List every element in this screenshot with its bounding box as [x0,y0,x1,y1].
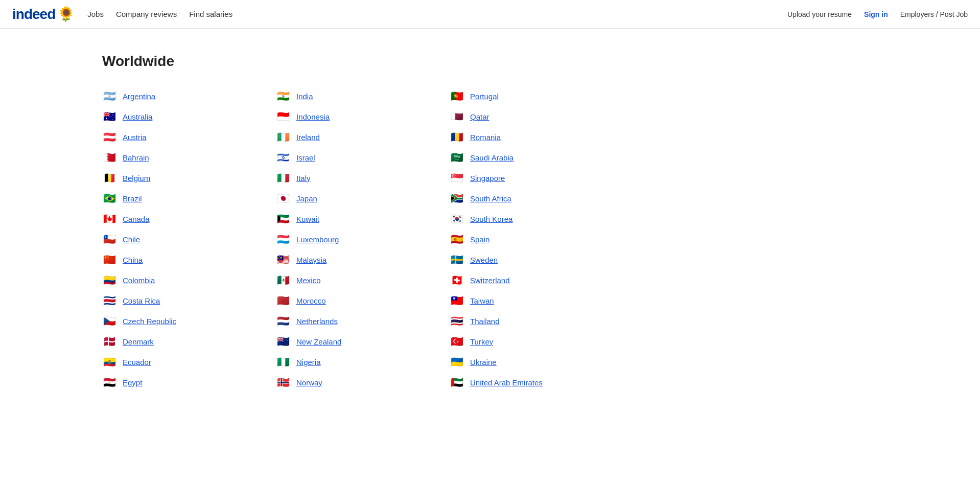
country-link[interactable]: Belgium [123,174,150,182]
country-link[interactable]: Morocco [296,296,326,305]
country-item[interactable]: 🇺🇦Ukraine [450,352,593,372]
country-item[interactable]: 🇲🇾Malaysia [276,249,419,270]
country-item[interactable]: 🇨🇦Canada [102,209,245,229]
country-link[interactable]: Japan [296,194,317,203]
country-link[interactable]: Italy [296,174,311,182]
country-item[interactable]: 🇸🇬Singapore [450,168,593,188]
country-link[interactable]: Taiwan [470,296,494,305]
country-item[interactable]: 🇦🇹Austria [102,127,245,147]
country-item[interactable]: 🇨🇳China [102,249,245,270]
country-item[interactable]: 🇳🇱Netherlands [276,311,419,331]
country-link[interactable]: Romania [470,133,501,142]
flag-icon: 🇺🇦 [450,357,464,367]
country-link[interactable]: Thailand [470,317,500,326]
country-item[interactable]: 🇪🇸Spain [450,229,593,249]
country-link[interactable]: Australia [123,112,152,121]
country-link[interactable]: Portugal [470,92,499,101]
country-item[interactable]: 🇲🇽Mexico [276,270,419,290]
country-item[interactable]: 🇳🇬Nigeria [276,352,419,372]
country-item[interactable]: 🇧🇷Brazil [102,188,245,209]
country-item[interactable]: 🇨🇷Costa Rica [102,290,245,311]
country-item[interactable]: 🇮🇹Italy [276,168,419,188]
country-link[interactable]: China [123,256,143,264]
nav-jobs[interactable]: Jobs [87,10,104,18]
country-link[interactable]: South Korea [470,215,512,223]
country-item[interactable]: 🇶🇦Qatar [450,106,593,127]
country-item[interactable]: 🇰🇼Kuwait [276,209,419,229]
upload-resume-link[interactable]: Upload your resume [787,10,852,18]
country-item[interactable]: 🇵🇹Portugal [450,86,593,106]
country-link[interactable]: Indonesia [296,112,330,121]
country-item[interactable]: 🇹🇼Taiwan [450,290,593,311]
country-link[interactable]: Nigeria [296,358,321,366]
country-item[interactable]: 🇹🇭Thailand [450,311,593,331]
country-link[interactable]: Malaysia [296,256,326,264]
country-item[interactable]: 🇯🇵Japan [276,188,419,209]
country-link[interactable]: Colombia [123,276,155,285]
country-link[interactable]: New Zealand [296,337,341,346]
country-item[interactable]: 🇦🇪United Arab Emirates [450,372,593,393]
country-item[interactable]: 🇮🇱Israel [276,147,419,168]
country-link[interactable]: Ukraine [470,358,497,366]
country-item[interactable]: 🇪🇨Ecuador [102,352,245,372]
country-item[interactable]: 🇮🇳India [276,86,419,106]
country-link[interactable]: Chile [123,235,140,244]
sign-in-button[interactable]: Sign in [864,10,888,18]
country-item[interactable]: 🇨🇴Colombia [102,270,245,290]
country-item[interactable]: 🇿🇦South Africa [450,188,593,209]
country-item[interactable]: 🇱🇺Luxembourg [276,229,419,249]
country-link[interactable]: Ecuador [123,358,151,366]
country-link[interactable]: Singapore [470,174,505,182]
country-link[interactable]: Kuwait [296,215,319,223]
country-link[interactable]: Mexico [296,276,321,285]
country-link[interactable]: Brazil [123,194,142,203]
country-item[interactable]: 🇳🇴Norway [276,372,419,393]
country-link[interactable]: Netherlands [296,317,338,326]
country-item[interactable]: 🇩🇰Denmark [102,331,245,352]
country-link[interactable]: Austria [123,133,147,142]
country-item[interactable]: 🇧🇭Bahrain [102,147,245,168]
country-item[interactable]: 🇲🇦Morocco [276,290,419,311]
country-link[interactable]: Czech Republic [123,317,176,326]
country-link[interactable]: Ireland [296,133,320,142]
country-item[interactable]: 🇹🇷Turkey [450,331,593,352]
country-item[interactable]: 🇦🇺Australia [102,106,245,127]
country-link[interactable]: Bahrain [123,153,149,162]
country-link[interactable]: Sweden [470,256,498,264]
country-link[interactable]: Turkey [470,337,493,346]
country-link[interactable]: Argentina [123,92,155,101]
country-item[interactable]: 🇸🇪Sweden [450,249,593,270]
country-item[interactable]: 🇧🇪Belgium [102,168,245,188]
country-link[interactable]: Norway [296,378,322,387]
country-item[interactable]: 🇮🇪Ireland [276,127,419,147]
country-item[interactable]: 🇨🇿Czech Republic [102,311,245,331]
country-link[interactable]: Canada [123,215,150,223]
country-link[interactable]: Saudi Arabia [470,153,514,162]
flag-icon: 🇳🇬 [276,357,290,367]
flag-icon: 🇵🇹 [450,91,464,101]
country-link[interactable]: Qatar [470,112,489,121]
country-link[interactable]: Egypt [123,378,142,387]
country-item[interactable]: 🇳🇿New Zealand [276,331,419,352]
country-item[interactable]: 🇨🇭Switzerland [450,270,593,290]
employers-link[interactable]: Employers / Post Job [900,10,968,18]
country-item[interactable]: 🇪🇬Egypt [102,372,245,393]
country-item[interactable]: 🇸🇦Saudi Arabia [450,147,593,168]
country-link[interactable]: Luxembourg [296,235,339,244]
country-item[interactable]: 🇨🇱Chile [102,229,245,249]
country-item[interactable]: 🇦🇷Argentina [102,86,245,106]
country-link[interactable]: Denmark [123,337,154,346]
country-link[interactable]: India [296,92,313,101]
country-link[interactable]: Costa Rica [123,296,160,305]
country-item[interactable]: 🇷🇴Romania [450,127,593,147]
country-item[interactable]: 🇰🇷South Korea [450,209,593,229]
country-link[interactable]: South Africa [470,194,511,203]
nav-find-salaries[interactable]: Find salaries [189,10,232,18]
logo[interactable]: indeed 🌻 [12,6,75,22]
country-item[interactable]: 🇮🇩Indonesia [276,106,419,127]
country-link[interactable]: Switzerland [470,276,510,285]
nav-company-reviews[interactable]: Company reviews [116,10,177,18]
country-link[interactable]: Spain [470,235,489,244]
country-link[interactable]: Israel [296,153,315,162]
country-link[interactable]: United Arab Emirates [470,378,543,387]
